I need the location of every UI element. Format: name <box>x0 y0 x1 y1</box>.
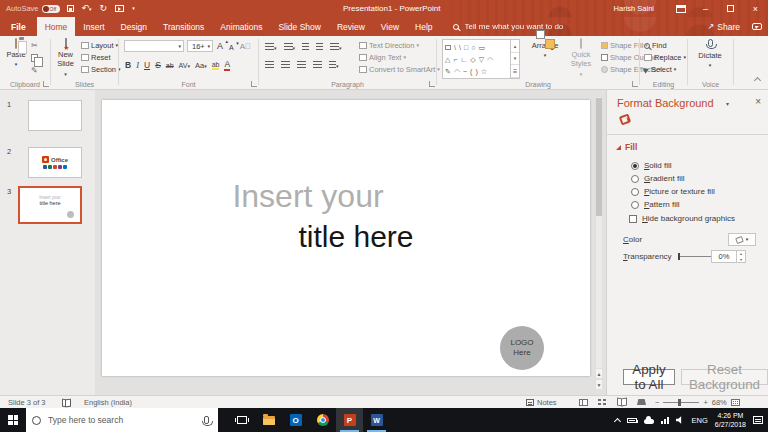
zoom-out-icon[interactable]: − <box>655 398 659 407</box>
copy-icon[interactable] <box>31 54 38 62</box>
zoom-level[interactable]: 68% <box>712 398 727 407</box>
color-picker-button[interactable]: ▾ <box>728 233 756 246</box>
onedrive-icon[interactable] <box>644 419 654 424</box>
font-dialog-launcher[interactable] <box>251 81 257 87</box>
ribbon-display-options-icon[interactable] <box>668 0 693 17</box>
tab-insert[interactable]: Insert <box>75 17 112 36</box>
pane-options-icon[interactable]: ▾ <box>726 100 729 107</box>
font-size-combo[interactable]: ▾ <box>187 40 213 52</box>
reading-view-icon[interactable] <box>617 399 627 406</box>
replace-button[interactable]: Replace▾ <box>644 53 686 62</box>
italic-icon[interactable]: I <box>136 60 139 70</box>
change-case-icon[interactable]: Aa▾ <box>195 61 207 70</box>
autosave-toggle[interactable]: AutoSave Off <box>6 4 60 13</box>
spin-down-icon[interactable]: ▾ <box>737 257 745 263</box>
redo-icon[interactable]: ↻ <box>100 4 108 13</box>
network-icon[interactable] <box>661 417 669 424</box>
collapse-ribbon-icon[interactable] <box>754 77 761 84</box>
tab-transitions[interactable]: Transitions <box>155 17 212 36</box>
taskbar-search[interactable] <box>26 408 218 432</box>
dictate-button[interactable]: Dictate ▾ <box>694 39 726 69</box>
paste-button[interactable]: Paste ▾ <box>3 39 29 68</box>
minimize-button[interactable]: – <box>693 0 718 17</box>
zoom-in-icon[interactable]: + <box>703 398 707 407</box>
slide-canvas[interactable]: Insert your title here LOGO Here <box>102 100 590 376</box>
format-painter-icon[interactable]: ✎ <box>31 66 38 75</box>
paragraph-dialog-launcher[interactable] <box>429 81 435 87</box>
taskbar-search-input[interactable] <box>46 414 199 426</box>
font-name-combo[interactable]: ▾ <box>124 40 184 52</box>
restore-button[interactable] <box>718 0 743 17</box>
transparency-input[interactable] <box>712 251 736 262</box>
highlight-color-icon[interactable]: ab <box>212 61 220 70</box>
close-button[interactable]: × <box>743 0 768 17</box>
fill-section-header[interactable]: Fill <box>616 142 637 152</box>
comments-icon[interactable] <box>752 23 762 30</box>
outlook-button[interactable] <box>282 408 309 432</box>
logo-placeholder[interactable]: LOGO Here <box>500 326 544 370</box>
volume-icon[interactable] <box>676 416 685 425</box>
arrange-button[interactable]: Arrange ▾ <box>529 39 561 59</box>
character-spacing-icon[interactable]: AV▾ <box>179 62 190 69</box>
font-size-input[interactable] <box>190 41 207 52</box>
font-color-icon[interactable]: A <box>224 59 230 71</box>
radio-picture-fill[interactable] <box>631 188 639 196</box>
share-button[interactable]: ↗ Share <box>708 22 740 32</box>
drawing-dialog-launcher[interactable] <box>632 81 638 87</box>
increase-font-icon[interactable]: A▴ <box>217 42 223 51</box>
apply-to-all-button[interactable]: Apply to All <box>623 369 675 385</box>
tab-review[interactable]: Review <box>329 17 373 36</box>
radio-gradient-fill[interactable] <box>631 175 639 183</box>
option-gradient-fill[interactable]: Gradient fill <box>631 174 684 183</box>
start-slideshow-icon[interactable] <box>115 5 124 12</box>
start-button[interactable] <box>0 408 26 432</box>
clipboard-dialog-launcher[interactable] <box>43 81 49 87</box>
align-center-icon[interactable] <box>281 60 290 70</box>
autosave-switch[interactable]: Off <box>42 5 60 13</box>
slide-indicator[interactable]: Slide 3 of 3 <box>8 396 46 408</box>
align-left-icon[interactable] <box>265 60 274 70</box>
shapes-gallery[interactable]: \\□○▭ △⌐∟◇▽◠ ✎◠~()☆ ▴▾☰ <box>442 39 520 79</box>
undo-icon[interactable]: ↶▾ <box>82 4 92 13</box>
slide-title-line1[interactable]: Insert your <box>64 178 552 215</box>
text-direction-button[interactable]: Text Direction▾ <box>359 41 419 50</box>
word-taskbar-button[interactable] <box>363 408 390 432</box>
slide-title-line2[interactable]: title here <box>112 220 600 254</box>
spellcheck-icon[interactable] <box>62 399 71 406</box>
slider-thumb[interactable] <box>678 253 680 260</box>
option-pattern-fill[interactable]: Pattern fill <box>631 200 680 209</box>
justify-icon[interactable] <box>313 60 322 70</box>
language-status[interactable]: English (India) <box>84 396 132 408</box>
thumbnail-slide-1[interactable] <box>28 100 82 131</box>
select-shape-icon[interactable] <box>445 45 451 50</box>
bullets-icon[interactable]: ▾ <box>265 42 277 52</box>
slide-sorter-icon[interactable] <box>598 399 607 406</box>
action-center-icon[interactable] <box>753 416 763 424</box>
powerpoint-taskbar-button[interactable] <box>336 408 363 432</box>
convert-smartart-button[interactable]: Convert to SmartArt▾ <box>359 65 440 74</box>
quick-styles-button[interactable]: Quick Styles ▾ <box>563 39 599 78</box>
task-view-button[interactable] <box>228 408 255 432</box>
tellme-input[interactable] <box>463 21 591 32</box>
account-user[interactable]: Harish Saini <box>614 4 654 13</box>
columns-icon[interactable]: ▾ <box>329 60 339 70</box>
find-button[interactable]: Find <box>644 41 667 50</box>
pane-close-icon[interactable]: × <box>755 96 761 107</box>
tray-expand-icon[interactable] <box>614 417 621 424</box>
customize-qat-icon[interactable]: ▾ <box>132 6 135 11</box>
battery-icon[interactable] <box>627 418 637 423</box>
option-picture-fill[interactable]: Picture or texture fill <box>631 187 715 196</box>
chrome-button[interactable] <box>309 408 336 432</box>
tab-slideshow[interactable]: Slide Show <box>270 17 329 36</box>
numbering-icon[interactable]: ▾ <box>284 42 296 52</box>
decrease-font-icon[interactable]: A▾ <box>229 44 234 51</box>
zoom-slider[interactable] <box>663 399 699 406</box>
underline-icon[interactable]: U <box>144 60 150 70</box>
transparency-slider[interactable] <box>678 253 711 260</box>
bold-icon[interactable]: B <box>125 60 131 70</box>
text-shadow-icon[interactable]: S <box>155 60 161 70</box>
fit-slide-icon[interactable] <box>731 399 740 406</box>
tab-home[interactable]: Home <box>37 17 76 36</box>
new-slide-button[interactable]: New Slide ▾ <box>52 39 79 78</box>
select-button[interactable]: Select▾ <box>644 65 676 74</box>
